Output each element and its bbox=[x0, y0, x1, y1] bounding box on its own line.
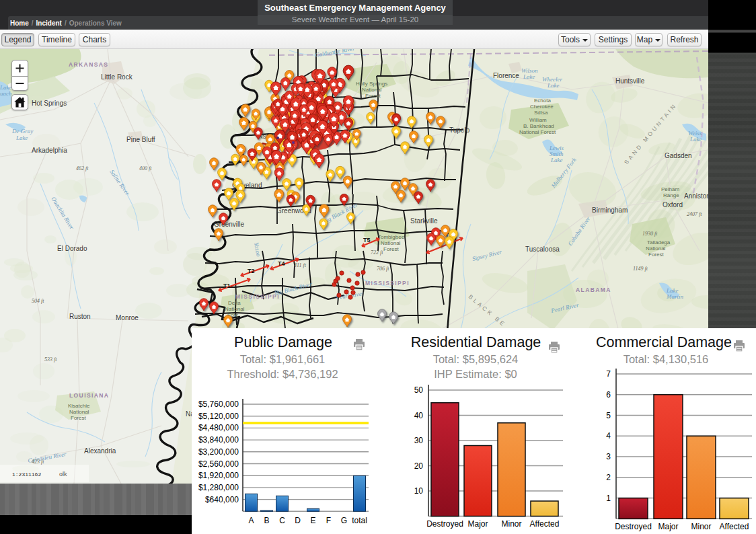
svg-text:Minor: Minor bbox=[691, 522, 711, 531]
svg-text:National Forest: National Forest bbox=[519, 129, 556, 135]
svg-text:Forest: Forest bbox=[71, 415, 86, 421]
svg-text:Huntsville: Huntsville bbox=[615, 77, 645, 85]
svg-text:National: National bbox=[381, 240, 401, 246]
svg-text:$1,920,000: $1,920,000 bbox=[198, 471, 239, 480]
svg-text:T1: T1 bbox=[223, 282, 231, 289]
svg-text:$4,480,000: $4,480,000 bbox=[198, 423, 239, 432]
svg-text:Cherokee: Cherokee bbox=[530, 104, 554, 110]
svg-text:MISSISSIPPI: MISSISSIPPI bbox=[365, 280, 410, 287]
svg-text:National: National bbox=[225, 306, 245, 312]
svg-text:$5,120,000: $5,120,000 bbox=[198, 412, 239, 421]
svg-text:F: F bbox=[326, 516, 331, 525]
svg-text:Echota: Echota bbox=[534, 98, 551, 104]
svg-text:Ruston: Ruston bbox=[69, 313, 91, 320]
svg-text:Anniston: Anniston bbox=[684, 192, 708, 200]
svg-text:Florence: Florence bbox=[493, 72, 519, 79]
svg-text:Holly Springs: Holly Springs bbox=[356, 81, 387, 87]
svg-text:Hot Springs: Hot Springs bbox=[32, 100, 67, 107]
svg-text:Tombigbee: Tombigbee bbox=[378, 234, 405, 240]
svg-text:Kisatchie: Kisatchie bbox=[68, 403, 90, 409]
svg-text:40: 40 bbox=[414, 411, 424, 420]
svg-text:total: total bbox=[352, 516, 367, 525]
svg-text:T2: T2 bbox=[248, 268, 255, 274]
svg-text:T5: T5 bbox=[363, 237, 371, 243]
svg-text:Tupelo: Tupelo bbox=[449, 126, 470, 134]
svg-text:ALABAMA: ALABAMA bbox=[576, 287, 611, 293]
svg-text:Sdtsa: Sdtsa bbox=[534, 110, 548, 116]
svg-text:30: 30 bbox=[414, 436, 424, 445]
svg-text:706 ft: 706 ft bbox=[377, 266, 389, 272]
svg-text:Little Rock: Little Rock bbox=[101, 73, 133, 81]
svg-text:7: 7 bbox=[606, 369, 611, 379]
svg-text:1:2311162: 1:2311162 bbox=[12, 471, 41, 478]
svg-text:411 ft: 411 ft bbox=[294, 262, 307, 268]
svg-text:Minor: Minor bbox=[501, 519, 521, 529]
svg-text:National: National bbox=[69, 409, 89, 415]
svg-text:Affected: Affected bbox=[720, 522, 749, 531]
svg-text:722 ft: 722 ft bbox=[371, 250, 383, 256]
svg-text:Lake: Lake bbox=[550, 157, 563, 163]
svg-text:Forest: Forest bbox=[648, 252, 664, 258]
svg-text:Greenville: Greenville bbox=[214, 221, 244, 228]
svg-text:G: G bbox=[341, 516, 347, 525]
svg-text:Gadsden: Gadsden bbox=[665, 152, 692, 159]
svg-text:3: 3 bbox=[606, 452, 611, 461]
svg-text:National: National bbox=[646, 245, 666, 252]
svg-text:Range: Range bbox=[663, 192, 679, 198]
svg-text:423 ft: 423 ft bbox=[32, 459, 44, 465]
svg-text:El Dorado: El Dorado bbox=[57, 245, 87, 252]
svg-text:A: A bbox=[248, 516, 254, 525]
svg-text:William: William bbox=[529, 117, 547, 123]
svg-text:Talladega: Talladega bbox=[647, 239, 671, 245]
svg-text:Alexandria: Alexandria bbox=[84, 447, 116, 455]
svg-text:Lake: Lake bbox=[523, 73, 535, 80]
svg-text:Lake: Lake bbox=[15, 135, 28, 141]
svg-text:uach: uach bbox=[0, 90, 12, 97]
svg-text:533 ft: 533 ft bbox=[44, 356, 57, 363]
svg-text:$1,280,000: $1,280,000 bbox=[198, 483, 239, 492]
svg-text:Arkadelphia: Arkadelphia bbox=[32, 147, 67, 154]
svg-text:B: B bbox=[264, 516, 269, 525]
svg-text:Oxford: Oxford bbox=[663, 201, 683, 208]
svg-text:D: D bbox=[295, 516, 301, 525]
svg-text:Destroyed: Destroyed bbox=[426, 519, 463, 529]
svg-text:Major: Major bbox=[467, 519, 488, 529]
svg-text:2407 ft: 2407 ft bbox=[687, 211, 702, 217]
svg-text:400 ft: 400 ft bbox=[139, 165, 152, 171]
svg-text:ARKANSAS: ARKANSAS bbox=[69, 61, 108, 68]
svg-text:Tuscaloosa: Tuscaloosa bbox=[525, 245, 560, 253]
svg-text:MISSISSIPPI: MISSISSIPPI bbox=[235, 293, 280, 300]
svg-text:462 ft: 462 ft bbox=[76, 165, 89, 171]
svg-text:$3,200,000: $3,200,000 bbox=[198, 447, 239, 457]
svg-text:Destroyed: Destroyed bbox=[615, 522, 652, 531]
svg-text:504 ft: 504 ft bbox=[32, 298, 44, 304]
svg-text:Pine Bluff: Pine Bluff bbox=[126, 136, 155, 143]
svg-text:Birmingham: Birmingham bbox=[592, 206, 628, 214]
svg-text:Starkville: Starkville bbox=[410, 217, 438, 225]
svg-text:Forest: Forest bbox=[365, 93, 381, 99]
svg-text:$5,760,000: $5,760,000 bbox=[198, 399, 239, 409]
svg-text:Lake: Lake bbox=[689, 136, 702, 143]
svg-text:Forest: Forest bbox=[383, 246, 399, 252]
svg-text:Delta: Delta bbox=[228, 300, 241, 306]
svg-text:Monroe: Monroe bbox=[116, 314, 139, 321]
svg-text:olk: olk bbox=[59, 471, 67, 478]
svg-text:50: 50 bbox=[414, 385, 424, 395]
svg-text:National: National bbox=[362, 87, 382, 93]
svg-text:10: 10 bbox=[414, 486, 424, 496]
svg-text:6: 6 bbox=[606, 390, 611, 399]
svg-text:De Gray: De Gray bbox=[11, 128, 33, 135]
svg-text:LOUISIANA: LOUISIANA bbox=[69, 392, 109, 399]
svg-text:Affected: Affected bbox=[530, 519, 560, 529]
svg-text:$640,000: $640,000 bbox=[205, 495, 239, 504]
svg-text:T4: T4 bbox=[278, 260, 285, 267]
svg-text:Lake: Lake bbox=[547, 82, 560, 89]
svg-text:B. Bankhead: B. Bankhead bbox=[523, 123, 554, 129]
svg-text:$2,560,000: $2,560,000 bbox=[198, 459, 239, 469]
svg-text:Major: Major bbox=[658, 522, 678, 531]
svg-text:1930 ft: 1930 ft bbox=[642, 231, 658, 237]
svg-text:$3,840,000: $3,840,000 bbox=[198, 435, 239, 445]
svg-text:20: 20 bbox=[414, 461, 424, 471]
svg-text:Martin: Martin bbox=[666, 293, 684, 300]
svg-text:Pelham: Pelham bbox=[661, 186, 679, 192]
